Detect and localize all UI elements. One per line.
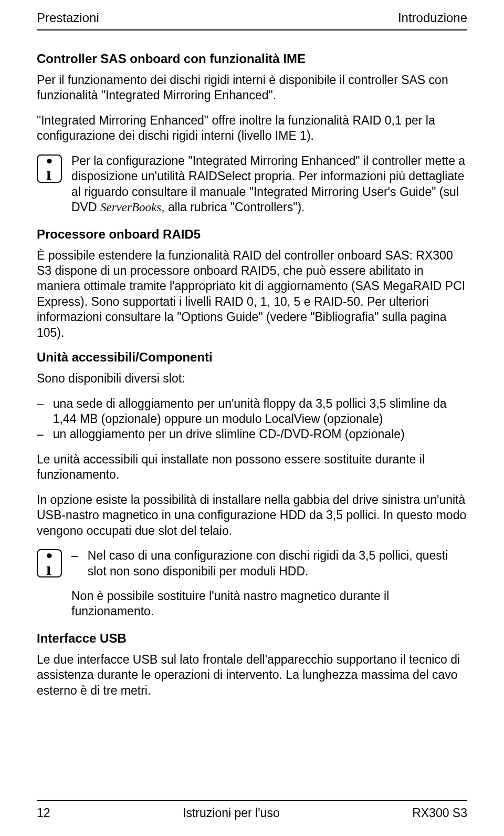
info-text: – Nel caso di una configurazione con dis… [71, 548, 467, 620]
list-item: – Nel caso di una configurazione con dis… [71, 548, 467, 579]
bullet-list: – una sede di alloggiamento per un'unità… [37, 396, 467, 442]
page-header: Prestazioni Introduzione [37, 11, 467, 25]
info-inner-list: – Nel caso di una configurazione con dis… [71, 548, 467, 579]
paragraph: Le due interfacce USB sul lato frontale … [37, 652, 467, 698]
header-right: Introduzione [398, 11, 467, 25]
list-item: – un alloggiamento per un drive slimline… [37, 427, 467, 442]
header-left: Prestazioni [37, 11, 99, 25]
info-icon: • ı [37, 154, 62, 183]
header-rule [37, 29, 467, 30]
section-title-sas: Controller SAS onboard con funzionalità … [37, 51, 467, 66]
page: Prestazioni Introduzione Controller SAS … [0, 0, 504, 836]
section-title-usb: Interfacce USB [37, 631, 467, 646]
info-icon: • ı [37, 549, 62, 577]
paragraph: Le unità accessibili qui installate non … [37, 452, 467, 483]
list-item: – una sede di alloggiamento per un'unità… [37, 396, 467, 427]
paragraph: Sono disponibili diversi slot: [37, 371, 467, 386]
info-callout: • ı Per la configurazione "Integrated Mi… [37, 153, 467, 215]
footer-page-number: 12 [37, 806, 50, 820]
list-dash: – [37, 427, 44, 442]
paragraph: È possibile estendere la funzionalità RA… [37, 248, 467, 341]
info-callout: • ı – Nel caso di una configurazione con… [37, 548, 467, 620]
paragraph: In opzione esiste la possibilità di inst… [37, 492, 467, 539]
section-title-raid5: Processore onboard RAID5 [37, 227, 467, 242]
spacer [71, 580, 467, 589]
info-paragraph: Non è possibile sostituire l'unità nastr… [71, 589, 467, 620]
paragraph: "Integrated Mirroring Enhanced" offre in… [37, 113, 467, 144]
section-title-units: Unità accessibili/Componenti [37, 350, 467, 365]
info-text-part-b: , alla rubrica "Controllers"). [161, 200, 304, 214]
list-item-text: un alloggiamento per un drive slimline C… [53, 427, 405, 442]
footer-rule [37, 800, 467, 801]
info-text: Per la configurazione "Integrated Mirror… [71, 153, 467, 215]
list-dash: – [71, 548, 78, 579]
list-dash: – [37, 396, 44, 427]
footer-right: RX300 S3 [412, 806, 467, 820]
info-text-emphasis: ServerBooks [100, 201, 161, 214]
page-footer: 12 Istruzioni per l'uso RX300 S3 [37, 806, 467, 820]
list-item-text: una sede di alloggiamento per un'unità f… [53, 396, 467, 427]
paragraph: Per il funzionamento dei dischi rigidi i… [37, 73, 467, 104]
footer-center: Istruzioni per l'uso [183, 806, 280, 820]
flex-spacer [37, 708, 467, 800]
list-item-text: Nel caso di una configurazione con disch… [88, 548, 467, 579]
